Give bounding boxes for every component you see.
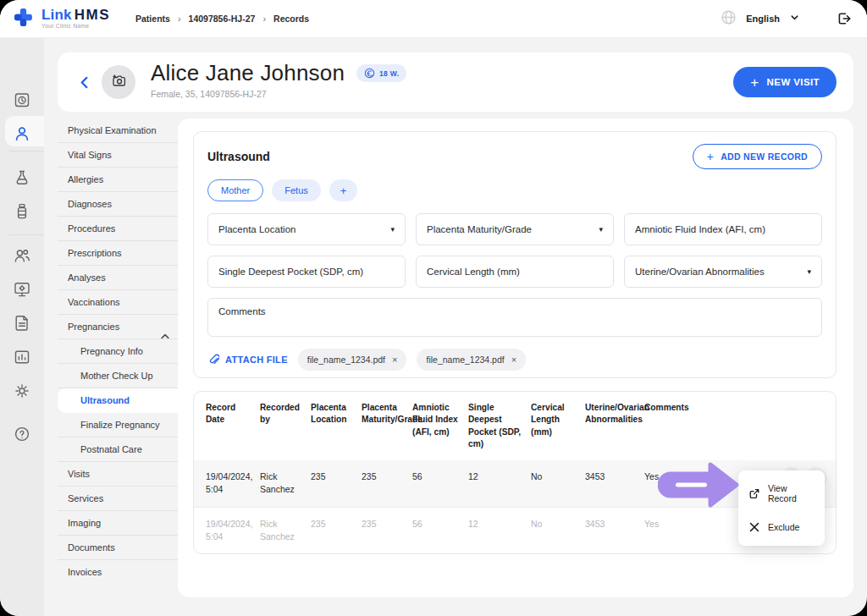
nav-item-services[interactable]: Services bbox=[58, 487, 178, 511]
help-icon[interactable] bbox=[11, 423, 33, 445]
pointer-arrow-annotation bbox=[658, 461, 739, 513]
nav-item-documents[interactable]: Documents bbox=[58, 536, 178, 560]
uterine-ovarian-abnormalities-select[interactable]: Uterine/Ovarian Abnormalities ▾ bbox=[624, 256, 822, 288]
nav-item-postnatal-care[interactable]: Postnatal Care bbox=[58, 437, 178, 462]
nav-item-vaccinations[interactable]: Vaccinations bbox=[58, 290, 178, 315]
nav-item-mother-check-up[interactable]: Mother Check Up bbox=[58, 364, 178, 388]
plus-icon: + bbox=[707, 150, 714, 163]
back-button[interactable] bbox=[76, 74, 91, 90]
nav-item-imaging[interactable]: Imaging bbox=[58, 511, 178, 536]
topbar: LinkHMS Your Clinic Name Patients › 1409… bbox=[0, 0, 867, 38]
rail-divider bbox=[8, 151, 44, 151]
cell-cervical-length: No bbox=[531, 518, 578, 543]
medical-cross-icon bbox=[12, 6, 35, 32]
medicine-bottle-icon[interactable] bbox=[11, 201, 33, 223]
nav-item-visits[interactable]: Visits bbox=[58, 462, 178, 487]
amniotic-fluid-index-input[interactable]: Amniotic Fluid Index (AFI, cm) bbox=[624, 213, 822, 245]
cell-cervical-length: No bbox=[531, 470, 578, 496]
nav-item-pregnancies[interactable]: Pregnancies bbox=[58, 315, 178, 339]
caret-down-icon: ▾ bbox=[390, 225, 395, 234]
breadcrumb-patients[interactable]: Patients bbox=[135, 14, 170, 24]
language-selector[interactable]: English bbox=[746, 14, 780, 24]
patient-name: Alice Jane Johnson bbox=[151, 60, 345, 86]
brand-name: LinkHMS bbox=[41, 8, 110, 22]
cell-record-date: 19/04/2024, 5:04 bbox=[206, 518, 253, 543]
document-icon[interactable] bbox=[11, 312, 33, 334]
nav-item-procedures[interactable]: Procedures bbox=[58, 217, 178, 241]
tab-mother[interactable]: Mother bbox=[207, 179, 263, 201]
nav-item-analyses[interactable]: Analyses bbox=[58, 266, 178, 290]
ultrasound-panel: Ultrasound + ADD NEW RECORD Mother Fetus… bbox=[193, 131, 837, 378]
breadcrumb-separator-icon: › bbox=[178, 14, 181, 24]
comments-textarea[interactable]: Comments bbox=[207, 298, 822, 337]
record-sections-nav: Physical Examination Vital Signs Allergi… bbox=[58, 118, 178, 585]
nav-item-prescriptions[interactable]: Prescriptions bbox=[58, 241, 178, 266]
remove-attachment-icon[interactable]: × bbox=[511, 355, 516, 365]
staff-icon[interactable] bbox=[11, 245, 33, 267]
menu-item-view-record[interactable]: View Record bbox=[747, 478, 816, 509]
workstation-icon[interactable] bbox=[11, 278, 33, 300]
column-header: Placenta Maturity/Grade bbox=[362, 402, 406, 426]
gestation-badge: 18 W. bbox=[356, 64, 406, 82]
icon-rail bbox=[0, 38, 44, 616]
add-tab-button[interactable]: + bbox=[329, 179, 358, 201]
brand-logo[interactable]: LinkHMS Your Clinic Name bbox=[12, 6, 110, 32]
breadcrumb-separator-icon: › bbox=[262, 14, 266, 24]
caret-down-icon: ▾ bbox=[599, 225, 603, 234]
remove-attachment-icon[interactable]: × bbox=[392, 355, 397, 365]
placenta-maturity-select[interactable]: Placenta Maturity/Grade ▾ bbox=[416, 213, 614, 245]
schedule-icon[interactable] bbox=[11, 89, 33, 111]
attachment-chip: file_name_1234.pdf × bbox=[298, 349, 407, 371]
chevron-down-icon[interactable] bbox=[789, 11, 800, 26]
fetus-icon bbox=[364, 68, 375, 79]
plus-icon: + bbox=[750, 75, 759, 90]
nav-item-physical-examination[interactable]: Physical Examination bbox=[58, 118, 178, 143]
lab-flask-icon[interactable] bbox=[11, 167, 33, 189]
settings-gear-icon[interactable] bbox=[11, 380, 33, 402]
camera-icon bbox=[110, 72, 128, 93]
caret-down-icon: ▾ bbox=[807, 267, 811, 276]
menu-item-exclude[interactable]: Exclude bbox=[747, 516, 816, 538]
app-window: LinkHMS Your Clinic Name Patients › 1409… bbox=[0, 0, 867, 616]
cell-afi: 56 bbox=[412, 518, 461, 543]
tab-fetus[interactable]: Fetus bbox=[272, 179, 321, 201]
column-header: Record Date bbox=[206, 402, 253, 426]
patient-avatar-upload[interactable] bbox=[102, 65, 135, 99]
column-header: Placenta Location bbox=[311, 402, 355, 426]
cell-recorded-by: Rick Sanchez bbox=[260, 470, 304, 496]
row-context-menu: View Record Exclude bbox=[738, 470, 825, 546]
nav-item-allergies[interactable]: Allergies bbox=[58, 168, 178, 192]
close-x-icon bbox=[748, 521, 760, 533]
breadcrumb-patient-id[interactable]: 14097856-HJ-27 bbox=[189, 14, 256, 24]
single-deepest-pocket-input[interactable]: Single Deepest Pocket (SDP, cm) bbox=[207, 256, 406, 288]
cervical-length-input[interactable]: Cervical Length (mm) bbox=[416, 256, 614, 288]
cell-abnormalities: 3453 bbox=[585, 470, 638, 496]
cell-placenta-maturity: 235 bbox=[362, 470, 406, 496]
cell-record-date: 19/04/2024, 5:04 bbox=[206, 470, 253, 496]
attachment-chip: file_name_1234.pdf × bbox=[417, 349, 526, 371]
paperclip-icon bbox=[207, 353, 219, 367]
breadcrumb-records: Records bbox=[273, 14, 309, 24]
cell-recorded-by: Rick Sanchez bbox=[260, 518, 304, 543]
statistics-icon[interactable] bbox=[11, 346, 33, 368]
nav-item-ultrasound[interactable]: Ultrasound bbox=[58, 388, 179, 413]
cell-sdp: 12 bbox=[468, 470, 524, 496]
nav-item-pregnancy-info[interactable]: Pregnancy Info bbox=[58, 339, 178, 364]
cell-sdp: 12 bbox=[468, 518, 524, 543]
placenta-location-select[interactable]: Placenta Location ▾ bbox=[207, 213, 406, 245]
column-header: Comments bbox=[644, 402, 824, 414]
nav-item-vital-signs[interactable]: Vital Signs bbox=[58, 143, 178, 168]
patients-icon[interactable] bbox=[11, 123, 33, 145]
breadcrumb: Patients › 14097856-HJ-27 › Records bbox=[135, 14, 309, 24]
nav-item-diagnoses[interactable]: Diagnoses bbox=[58, 192, 178, 217]
add-new-record-button[interactable]: + ADD NEW RECORD bbox=[693, 144, 822, 169]
logout-button[interactable] bbox=[837, 11, 852, 26]
nav-item-invoices[interactable]: Invoices bbox=[58, 560, 178, 585]
attach-file-button[interactable]: ATTACH FILE bbox=[207, 353, 288, 367]
new-visit-button[interactable]: + NEW VISIT bbox=[733, 67, 837, 97]
column-header: Uterine/Ovarian Abnormalities bbox=[585, 402, 638, 426]
column-header: Amniotic Fluid Index (AFI, cm) bbox=[412, 402, 461, 438]
column-header: Cervical Length (mm) bbox=[531, 402, 578, 438]
patient-header-card: Alice Jane Johnson 18 W. Female, 35, 140… bbox=[58, 52, 853, 112]
nav-item-finalize-pregnancy[interactable]: Finalize Pregnancy bbox=[58, 413, 178, 437]
